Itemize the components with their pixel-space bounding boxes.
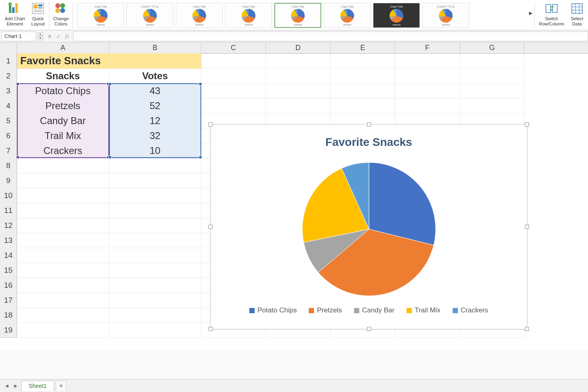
chart-style-thumb[interactable]: Chart Title■ ■ ■ ■ ■: [373, 3, 420, 28]
legend-item[interactable]: Trail Mix: [407, 306, 440, 314]
sheet-tab-active[interactable]: Sheet1: [21, 381, 54, 391]
cell[interactable]: [266, 68, 331, 84]
chart-style-thumb[interactable]: Chart Title■ ■ ■ ■ ■: [176, 3, 223, 28]
row-header[interactable]: 19: [0, 322, 17, 338]
cell[interactable]: [109, 53, 201, 69]
row-header[interactable]: 3: [0, 83, 17, 99]
cell[interactable]: Candy Bar: [17, 113, 109, 129]
cell[interactable]: [109, 322, 201, 338]
chart-style-thumb[interactable]: CHART TITLE■ ■ ■ ■ ■: [422, 3, 469, 28]
row-header[interactable]: 15: [0, 263, 17, 278]
cell[interactable]: Snacks: [17, 68, 109, 84]
cell[interactable]: [201, 83, 266, 99]
column-header[interactable]: D: [266, 42, 331, 53]
row-header[interactable]: 13: [0, 233, 17, 248]
cell[interactable]: Potato Chips: [17, 83, 109, 99]
cell[interactable]: [17, 218, 109, 233]
chart-style-thumb[interactable]: Chart Title■ ■ ■ ■ ■: [324, 3, 371, 28]
column-header[interactable]: F: [395, 42, 460, 53]
cell[interactable]: [109, 248, 201, 263]
chart-styles-more-button[interactable]: ▶: [528, 1, 533, 25]
formula-input[interactable]: [73, 32, 588, 41]
cell[interactable]: 10: [109, 143, 201, 158]
cell[interactable]: [395, 68, 460, 84]
cell[interactable]: [109, 263, 201, 278]
row-header[interactable]: 6: [0, 128, 17, 143]
cell[interactable]: [109, 308, 201, 323]
row-header[interactable]: 18: [0, 308, 17, 323]
cell[interactable]: [109, 188, 201, 203]
name-box[interactable]: Chart 1: [2, 32, 36, 41]
cell[interactable]: [17, 233, 109, 248]
change-colors-button[interactable]: Change Colors: [50, 1, 72, 30]
cell[interactable]: [17, 248, 109, 263]
cancel-formula-icon[interactable]: ✕: [47, 33, 52, 40]
cell[interactable]: [109, 278, 201, 293]
row-header[interactable]: 1: [0, 53, 17, 69]
cell[interactable]: [109, 233, 201, 248]
name-box-stepper[interactable]: ▲ ▼: [38, 32, 43, 40]
cell[interactable]: Crackers: [17, 143, 109, 158]
column-header[interactable]: A: [17, 42, 109, 53]
cell[interactable]: [331, 53, 395, 69]
cell[interactable]: [201, 98, 266, 114]
stepper-up-icon[interactable]: ▲: [38, 32, 43, 36]
sheet-nav-prev-icon[interactable]: ◀: [3, 382, 11, 390]
cell[interactable]: [460, 68, 525, 84]
row-header[interactable]: 11: [0, 203, 17, 218]
cell[interactable]: [395, 98, 460, 114]
cell[interactable]: [460, 83, 525, 99]
resize-handle[interactable]: [209, 327, 213, 331]
row-header[interactable]: 5: [0, 113, 17, 129]
resize-handle[interactable]: [525, 225, 529, 229]
switch-row-column-button[interactable]: Switch Row/Column: [535, 1, 567, 30]
cell[interactable]: 43: [109, 83, 201, 99]
row-header[interactable]: 17: [0, 293, 17, 308]
row-header[interactable]: 4: [0, 98, 17, 114]
chart-legend[interactable]: Potato ChipsPretzelsCandy BarTrail MixCr…: [211, 296, 527, 314]
enter-formula-icon[interactable]: ✓: [56, 33, 61, 40]
cell[interactable]: [201, 68, 266, 84]
embedded-chart[interactable]: Favorite Snacks Potato ChipsPretzelsCand…: [210, 124, 527, 329]
column-header[interactable]: G: [460, 42, 525, 53]
cell[interactable]: [266, 98, 331, 114]
select-data-button[interactable]: Select Data: [567, 1, 586, 30]
cell[interactable]: [17, 278, 109, 293]
cell[interactable]: [109, 293, 201, 308]
cell[interactable]: [395, 83, 460, 99]
cell[interactable]: Trail Mix: [17, 128, 109, 143]
resize-handle[interactable]: [367, 327, 371, 331]
row-header[interactable]: 9: [0, 173, 17, 188]
fx-icon[interactable]: fx: [65, 33, 69, 40]
cell[interactable]: 52: [109, 98, 201, 114]
cell[interactable]: Favorite Snacks: [17, 53, 109, 69]
cell[interactable]: [201, 53, 266, 69]
spreadsheet-grid[interactable]: ABCDEFG 1Favorite Snacks2SnacksVotes3Pot…: [0, 42, 588, 350]
cell[interactable]: [109, 203, 201, 218]
cell[interactable]: Pretzels: [17, 98, 109, 114]
cell[interactable]: [331, 83, 395, 99]
add-sheet-button[interactable]: +: [56, 381, 66, 391]
resize-handle[interactable]: [367, 122, 371, 126]
cell[interactable]: [460, 53, 525, 69]
select-all-corner[interactable]: [0, 42, 17, 53]
chart-style-thumb[interactable]: Chart Title■ ■ ■ ■ ■: [225, 3, 272, 28]
cell[interactable]: [109, 218, 201, 233]
row-header[interactable]: 12: [0, 218, 17, 233]
cell[interactable]: 12: [109, 113, 201, 129]
row-header[interactable]: 8: [0, 158, 17, 173]
cell[interactable]: [460, 98, 525, 114]
resize-handle[interactable]: [525, 122, 529, 126]
resize-handle[interactable]: [209, 122, 213, 126]
legend-item[interactable]: Pretzels: [309, 306, 341, 314]
chart-style-thumb[interactable]: Chart Title■ ■ ■ ■ ■: [274, 3, 321, 28]
column-header[interactable]: C: [201, 42, 266, 53]
cell[interactable]: [331, 98, 395, 114]
cell[interactable]: [266, 53, 331, 69]
row-header[interactable]: 14: [0, 248, 17, 263]
row-header[interactable]: 10: [0, 188, 17, 203]
cell[interactable]: [17, 293, 109, 308]
cell[interactable]: [17, 308, 109, 323]
cell[interactable]: [17, 322, 109, 338]
chart-style-thumb[interactable]: Chart Title■ ■ ■ ■ ■: [77, 3, 124, 28]
